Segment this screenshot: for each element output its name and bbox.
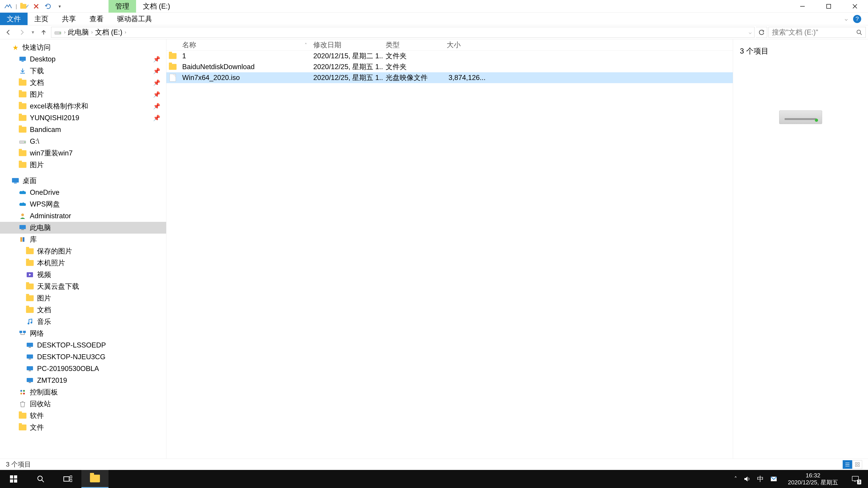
tree-item[interactable]: DESKTOP-NJEU3CG <box>0 351 166 363</box>
list-row[interactable]: BaiduNetdiskDownload2020/12/25, 星期五 1...… <box>166 61 733 72</box>
tree-desktop[interactable]: 桌面 <box>0 175 166 187</box>
tree-quick-item[interactable]: 图片📌 <box>0 89 166 100</box>
taskbar-explorer-button[interactable] <box>81 470 108 488</box>
list-row[interactable]: Win7x64_2020.iso2020/12/25, 星期五 1...光盘映像… <box>166 72 733 83</box>
ime-indicator[interactable]: 中 <box>757 475 764 484</box>
tree-item[interactable]: DESKTOP-LSSOEDP <box>0 339 166 351</box>
qat-undo-button[interactable] <box>42 0 54 13</box>
folder-icon <box>19 137 27 145</box>
svg-rect-23 <box>29 359 31 359</box>
qat-properties-button[interactable]: ✓ <box>19 0 30 13</box>
tree-item-icon <box>19 423 27 431</box>
close-button[interactable] <box>842 0 868 13</box>
pin-icon: 📌 <box>153 103 166 110</box>
tree-item[interactable]: 控制面板 <box>0 386 166 398</box>
nav-up-button[interactable] <box>37 26 50 38</box>
svg-point-16 <box>28 323 29 324</box>
breadcrumb[interactable]: › 此电脑 › 文档 (E:) › ⌵ <box>51 27 754 38</box>
nav-history-button[interactable]: ▾ <box>29 26 36 38</box>
taskbar[interactable]: ˄ 中 16:32 2020/12/25, 星期五 3 <box>0 470 868 488</box>
taskbar-search-button[interactable] <box>27 470 54 488</box>
tree-item[interactable]: 此电脑 <box>0 222 166 234</box>
tree-item-icon <box>26 271 34 279</box>
breadcrumb-dropdown-button[interactable]: ⌵ <box>749 29 752 35</box>
navigation-tree[interactable]: ★ 快速访问 Desktop📌下载📌文档📌图片📌excel表格制作求和📌YUNQ… <box>0 39 166 459</box>
tree-label: 桌面 <box>23 176 37 186</box>
list-row[interactable]: 12020/12/15, 星期二 1...文件夹 <box>166 51 733 61</box>
tree-item[interactable]: 库 <box>0 234 166 246</box>
tree-item-icon <box>19 329 27 337</box>
nav-forward-button[interactable] <box>16 26 28 38</box>
volume-icon[interactable] <box>743 475 751 483</box>
ribbon-tab-view[interactable]: 查看 <box>83 13 110 25</box>
tree-item[interactable]: 网络 <box>0 328 166 339</box>
ribbon-tab-share[interactable]: 共享 <box>55 13 83 25</box>
tray-app-icon[interactable] <box>770 475 777 483</box>
folder-icon <box>19 161 27 169</box>
tree-label: OneDrive <box>30 188 59 197</box>
tree-item[interactable]: 音乐 <box>0 316 166 328</box>
minimize-button[interactable] <box>789 0 815 13</box>
tree-quick-item[interactable]: G:\ <box>0 135 166 147</box>
tree-item[interactable]: 图片 <box>0 292 166 304</box>
tree-quick-item[interactable]: Bandicam <box>0 124 166 135</box>
tree-quick-item[interactable]: 图片 <box>0 159 166 171</box>
tree-quick-access[interactable]: ★ 快速访问 <box>0 41 166 53</box>
column-header-size[interactable]: 大小 <box>443 40 489 50</box>
tree-quick-item[interactable]: excel表格制作求和📌 <box>0 100 166 112</box>
tree-item[interactable]: ZMT2019 <box>0 375 166 386</box>
refresh-button[interactable] <box>756 27 767 38</box>
tree-item[interactable]: 天翼云盘下载 <box>0 281 166 292</box>
view-thumbnails-button[interactable] <box>852 460 862 469</box>
column-header-name[interactable]: 名称 ˄ <box>179 40 310 50</box>
tree-item[interactable]: PC-20190530OBLA <box>0 363 166 375</box>
column-header-type[interactable]: 类型 <box>382 40 443 50</box>
breadcrumb-drive-e[interactable]: 文档 (E:) <box>95 28 123 37</box>
tray-overflow-button[interactable]: ˄ <box>734 476 737 483</box>
ribbon-tab-file[interactable]: 文件 <box>0 13 28 25</box>
chevron-right-icon[interactable]: › <box>64 29 66 35</box>
tree-quick-item[interactable]: 文档📌 <box>0 77 166 89</box>
taskbar-clock[interactable]: 16:32 2020/12/25, 星期五 <box>784 472 842 486</box>
ribbon-collapse-button[interactable]: ⌵ <box>845 16 848 22</box>
tree-item[interactable]: 回收站 <box>0 398 166 410</box>
tree-quick-item[interactable]: Desktop📌 <box>0 53 166 65</box>
ribbon-tab-drive-tools[interactable]: 驱动器工具 <box>110 13 159 25</box>
svg-rect-12 <box>21 229 24 230</box>
qat-dropdown-button[interactable]: ▾ <box>54 0 66 13</box>
star-icon: ★ <box>11 43 20 52</box>
action-center-button[interactable]: 3 <box>848 472 862 486</box>
nav-back-button[interactable] <box>2 26 14 38</box>
tree-quick-item[interactable]: win7重装win7 <box>0 147 166 159</box>
breadcrumb-this-pc[interactable]: 此电脑 <box>68 28 89 37</box>
tree-item[interactable]: 文件 <box>0 422 166 433</box>
app-icon <box>2 0 14 13</box>
tree-item[interactable]: WPS网盘 <box>0 198 166 210</box>
tree-quick-item[interactable]: 下载📌 <box>0 65 166 77</box>
tree-item[interactable]: 本机照片 <box>0 257 166 269</box>
pin-icon: 📌 <box>153 79 166 86</box>
chevron-right-icon[interactable]: › <box>91 29 93 35</box>
tree-item[interactable]: 文档 <box>0 304 166 316</box>
chevron-right-icon[interactable]: › <box>125 29 126 35</box>
tree-item[interactable]: 保存的图片 <box>0 246 166 257</box>
tree-item[interactable]: 软件 <box>0 410 166 422</box>
ribbon-tab-home[interactable]: 主页 <box>28 13 55 25</box>
column-header-date[interactable]: 修改日期 <box>310 40 382 50</box>
search-input[interactable]: 搜索"文档 (E:)" <box>769 27 866 38</box>
start-button[interactable] <box>0 470 27 488</box>
help-button[interactable]: ? <box>853 15 861 23</box>
tree-item-icon <box>26 247 34 255</box>
tree-quick-item[interactable]: YUNQISHI2019📌 <box>0 112 166 124</box>
tree-item[interactable]: 视频 <box>0 269 166 281</box>
contextual-tab-manage[interactable]: 管理 <box>108 0 136 13</box>
task-view-button[interactable] <box>54 470 81 488</box>
maximize-button[interactable] <box>815 0 842 13</box>
view-details-button[interactable] <box>843 460 852 469</box>
search-icon[interactable] <box>856 29 862 35</box>
tree-item[interactable]: OneDrive <box>0 187 166 198</box>
tree-item[interactable]: Administrator <box>0 210 166 222</box>
qat-delete-button[interactable] <box>30 0 42 13</box>
file-list[interactable]: 名称 ˄ 修改日期 类型 大小 12020/12/15, 星期二 1...文件夹… <box>166 39 733 459</box>
svg-rect-32 <box>855 462 857 464</box>
